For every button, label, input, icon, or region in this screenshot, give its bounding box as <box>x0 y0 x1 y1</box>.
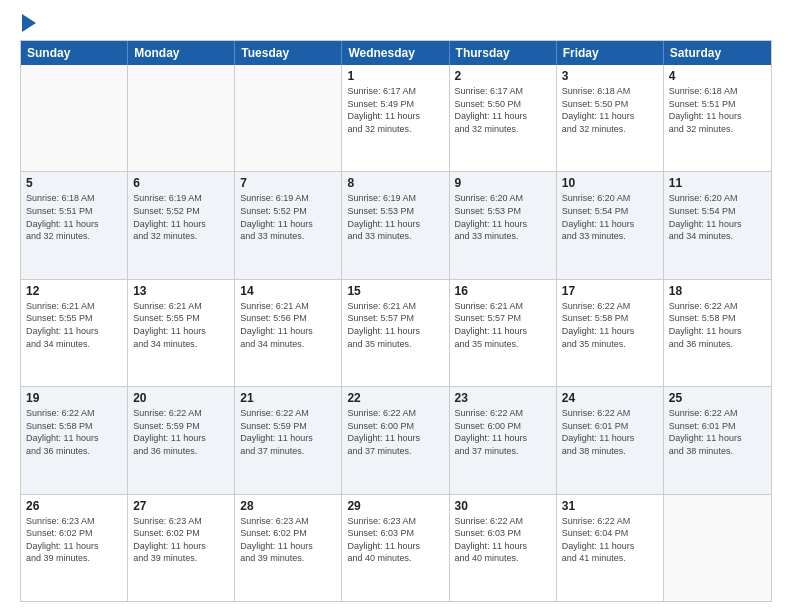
day-cell-22: 22Sunrise: 6:22 AM Sunset: 6:00 PM Dayli… <box>342 387 449 493</box>
cell-info: Sunrise: 6:22 AM Sunset: 6:00 PM Dayligh… <box>347 407 443 457</box>
day-cell-31: 31Sunrise: 6:22 AM Sunset: 6:04 PM Dayli… <box>557 495 664 601</box>
day-cell-30: 30Sunrise: 6:22 AM Sunset: 6:03 PM Dayli… <box>450 495 557 601</box>
day-number: 18 <box>669 284 766 298</box>
day-cell-11: 11Sunrise: 6:20 AM Sunset: 5:54 PM Dayli… <box>664 172 771 278</box>
cell-info: Sunrise: 6:20 AM Sunset: 5:54 PM Dayligh… <box>562 192 658 242</box>
day-number: 15 <box>347 284 443 298</box>
day-cell-12: 12Sunrise: 6:21 AM Sunset: 5:55 PM Dayli… <box>21 280 128 386</box>
day-cell-3: 3Sunrise: 6:18 AM Sunset: 5:50 PM Daylig… <box>557 65 664 171</box>
day-number: 19 <box>26 391 122 405</box>
cell-info: Sunrise: 6:18 AM Sunset: 5:51 PM Dayligh… <box>26 192 122 242</box>
day-cell-21: 21Sunrise: 6:22 AM Sunset: 5:59 PM Dayli… <box>235 387 342 493</box>
logo <box>20 16 36 32</box>
day-cell-23: 23Sunrise: 6:22 AM Sunset: 6:00 PM Dayli… <box>450 387 557 493</box>
cell-info: Sunrise: 6:21 AM Sunset: 5:56 PM Dayligh… <box>240 300 336 350</box>
cell-info: Sunrise: 6:17 AM Sunset: 5:50 PM Dayligh… <box>455 85 551 135</box>
day-number: 23 <box>455 391 551 405</box>
day-number: 3 <box>562 69 658 83</box>
day-cell-20: 20Sunrise: 6:22 AM Sunset: 5:59 PM Dayli… <box>128 387 235 493</box>
calendar-header: SundayMondayTuesdayWednesdayThursdayFrid… <box>21 41 771 65</box>
cell-info: Sunrise: 6:20 AM Sunset: 5:53 PM Dayligh… <box>455 192 551 242</box>
day-number: 5 <box>26 176 122 190</box>
header <box>20 16 772 32</box>
day-cell-5: 5Sunrise: 6:18 AM Sunset: 5:51 PM Daylig… <box>21 172 128 278</box>
day-cell-9: 9Sunrise: 6:20 AM Sunset: 5:53 PM Daylig… <box>450 172 557 278</box>
cell-info: Sunrise: 6:22 AM Sunset: 5:58 PM Dayligh… <box>669 300 766 350</box>
day-cell-6: 6Sunrise: 6:19 AM Sunset: 5:52 PM Daylig… <box>128 172 235 278</box>
day-number: 8 <box>347 176 443 190</box>
day-number: 4 <box>669 69 766 83</box>
day-number: 25 <box>669 391 766 405</box>
empty-cell-0-1 <box>128 65 235 171</box>
cell-info: Sunrise: 6:22 AM Sunset: 5:59 PM Dayligh… <box>240 407 336 457</box>
cell-info: Sunrise: 6:17 AM Sunset: 5:49 PM Dayligh… <box>347 85 443 135</box>
day-number: 1 <box>347 69 443 83</box>
header-day-thursday: Thursday <box>450 41 557 65</box>
day-number: 17 <box>562 284 658 298</box>
logo-arrow-icon <box>22 14 36 32</box>
day-number: 12 <box>26 284 122 298</box>
day-cell-17: 17Sunrise: 6:22 AM Sunset: 5:58 PM Dayli… <box>557 280 664 386</box>
day-cell-1: 1Sunrise: 6:17 AM Sunset: 5:49 PM Daylig… <box>342 65 449 171</box>
cell-info: Sunrise: 6:18 AM Sunset: 5:51 PM Dayligh… <box>669 85 766 135</box>
cell-info: Sunrise: 6:20 AM Sunset: 5:54 PM Dayligh… <box>669 192 766 242</box>
header-day-monday: Monday <box>128 41 235 65</box>
day-cell-13: 13Sunrise: 6:21 AM Sunset: 5:55 PM Dayli… <box>128 280 235 386</box>
cell-info: Sunrise: 6:19 AM Sunset: 5:52 PM Dayligh… <box>133 192 229 242</box>
empty-cell-0-0 <box>21 65 128 171</box>
page: SundayMondayTuesdayWednesdayThursdayFrid… <box>0 0 792 612</box>
day-number: 11 <box>669 176 766 190</box>
header-day-saturday: Saturday <box>664 41 771 65</box>
day-number: 31 <box>562 499 658 513</box>
day-cell-2: 2Sunrise: 6:17 AM Sunset: 5:50 PM Daylig… <box>450 65 557 171</box>
day-number: 16 <box>455 284 551 298</box>
day-number: 10 <box>562 176 658 190</box>
day-number: 28 <box>240 499 336 513</box>
day-cell-29: 29Sunrise: 6:23 AM Sunset: 6:03 PM Dayli… <box>342 495 449 601</box>
day-cell-18: 18Sunrise: 6:22 AM Sunset: 5:58 PM Dayli… <box>664 280 771 386</box>
cell-info: Sunrise: 6:19 AM Sunset: 5:52 PM Dayligh… <box>240 192 336 242</box>
day-cell-8: 8Sunrise: 6:19 AM Sunset: 5:53 PM Daylig… <box>342 172 449 278</box>
calendar-row-2: 12Sunrise: 6:21 AM Sunset: 5:55 PM Dayli… <box>21 279 771 386</box>
calendar-body: 1Sunrise: 6:17 AM Sunset: 5:49 PM Daylig… <box>21 65 771 601</box>
cell-info: Sunrise: 6:23 AM Sunset: 6:02 PM Dayligh… <box>26 515 122 565</box>
cell-info: Sunrise: 6:22 AM Sunset: 6:03 PM Dayligh… <box>455 515 551 565</box>
calendar-row-4: 26Sunrise: 6:23 AM Sunset: 6:02 PM Dayli… <box>21 494 771 601</box>
day-number: 20 <box>133 391 229 405</box>
header-day-sunday: Sunday <box>21 41 128 65</box>
day-number: 29 <box>347 499 443 513</box>
calendar: SundayMondayTuesdayWednesdayThursdayFrid… <box>20 40 772 602</box>
empty-cell-4-6 <box>664 495 771 601</box>
day-number: 14 <box>240 284 336 298</box>
calendar-row-1: 5Sunrise: 6:18 AM Sunset: 5:51 PM Daylig… <box>21 171 771 278</box>
calendar-row-3: 19Sunrise: 6:22 AM Sunset: 5:58 PM Dayli… <box>21 386 771 493</box>
cell-info: Sunrise: 6:22 AM Sunset: 6:04 PM Dayligh… <box>562 515 658 565</box>
cell-info: Sunrise: 6:23 AM Sunset: 6:03 PM Dayligh… <box>347 515 443 565</box>
cell-info: Sunrise: 6:18 AM Sunset: 5:50 PM Dayligh… <box>562 85 658 135</box>
day-number: 7 <box>240 176 336 190</box>
cell-info: Sunrise: 6:22 AM Sunset: 5:58 PM Dayligh… <box>26 407 122 457</box>
header-day-tuesday: Tuesday <box>235 41 342 65</box>
day-cell-27: 27Sunrise: 6:23 AM Sunset: 6:02 PM Dayli… <box>128 495 235 601</box>
cell-info: Sunrise: 6:21 AM Sunset: 5:57 PM Dayligh… <box>455 300 551 350</box>
cell-info: Sunrise: 6:22 AM Sunset: 6:01 PM Dayligh… <box>669 407 766 457</box>
day-number: 9 <box>455 176 551 190</box>
cell-info: Sunrise: 6:23 AM Sunset: 6:02 PM Dayligh… <box>240 515 336 565</box>
day-number: 26 <box>26 499 122 513</box>
cell-info: Sunrise: 6:22 AM Sunset: 6:00 PM Dayligh… <box>455 407 551 457</box>
cell-info: Sunrise: 6:19 AM Sunset: 5:53 PM Dayligh… <box>347 192 443 242</box>
cell-info: Sunrise: 6:22 AM Sunset: 6:01 PM Dayligh… <box>562 407 658 457</box>
day-cell-7: 7Sunrise: 6:19 AM Sunset: 5:52 PM Daylig… <box>235 172 342 278</box>
cell-info: Sunrise: 6:21 AM Sunset: 5:55 PM Dayligh… <box>26 300 122 350</box>
cell-info: Sunrise: 6:23 AM Sunset: 6:02 PM Dayligh… <box>133 515 229 565</box>
day-cell-26: 26Sunrise: 6:23 AM Sunset: 6:02 PM Dayli… <box>21 495 128 601</box>
cell-info: Sunrise: 6:21 AM Sunset: 5:57 PM Dayligh… <box>347 300 443 350</box>
day-number: 30 <box>455 499 551 513</box>
day-number: 21 <box>240 391 336 405</box>
day-cell-24: 24Sunrise: 6:22 AM Sunset: 6:01 PM Dayli… <box>557 387 664 493</box>
day-number: 27 <box>133 499 229 513</box>
day-number: 24 <box>562 391 658 405</box>
day-cell-25: 25Sunrise: 6:22 AM Sunset: 6:01 PM Dayli… <box>664 387 771 493</box>
day-number: 2 <box>455 69 551 83</box>
header-day-wednesday: Wednesday <box>342 41 449 65</box>
